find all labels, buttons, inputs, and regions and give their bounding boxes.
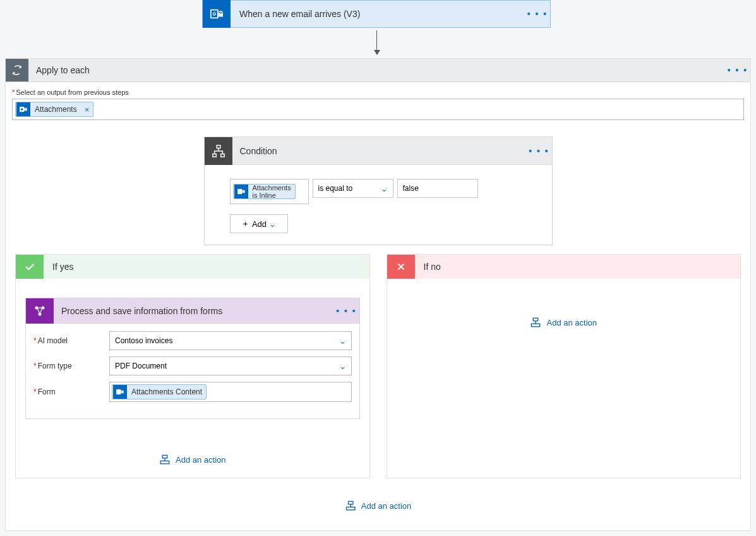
- add-condition-row-button[interactable]: ＋ Add ⌄: [230, 214, 288, 233]
- svg-rect-9: [237, 189, 242, 194]
- attachments-token[interactable]: Attachments ×: [15, 102, 93, 117]
- attachments-content-token[interactable]: Attachments Content: [112, 384, 207, 399]
- process-forms-title: Process and save information from forms: [61, 306, 334, 316]
- if-no-branch: If no Add an action: [387, 254, 741, 478]
- svg-rect-20: [348, 501, 353, 504]
- if-yes-header[interactable]: If yes: [16, 255, 369, 279]
- close-icon: [387, 255, 415, 279]
- svg-point-2: [213, 13, 215, 15]
- if-yes-branch: If yes Process and save information from…: [15, 254, 370, 478]
- trigger-menu[interactable]: • • •: [525, 9, 550, 19]
- loop-icon: [6, 59, 28, 82]
- svg-rect-14: [116, 389, 121, 394]
- svg-rect-19: [532, 324, 541, 327]
- attachments-isinline-token[interactable]: Attachmentsis Inline: [233, 184, 296, 199]
- condition-header[interactable]: Condition • • •: [205, 137, 552, 165]
- ai-builder-icon: [26, 298, 54, 324]
- chevron-down-icon: ⌄: [339, 362, 346, 371]
- process-forms-card: Process and save information from forms …: [25, 298, 360, 419]
- trigger-title: When a new email arrives (V3): [239, 9, 525, 19]
- svg-rect-5: [24, 108, 27, 111]
- chevron-down-icon: ⌄: [269, 219, 276, 229]
- remove-token-icon[interactable]: ×: [81, 105, 93, 114]
- connector-arrow: [376, 30, 377, 54]
- add-action-yes[interactable]: Add an action: [159, 454, 226, 465]
- trigger-card[interactable]: When a new email arrives (V3) • • •: [202, 0, 551, 28]
- svg-rect-16: [162, 455, 167, 458]
- process-forms-header[interactable]: Process and save information from forms …: [26, 298, 359, 324]
- chevron-down-icon: ⌄: [381, 184, 388, 193]
- chevron-down-icon: ⌄: [339, 336, 346, 346]
- condition-card: Condition • • • Attachmentsis Inline: [204, 137, 553, 245]
- process-forms-menu[interactable]: • • •: [334, 306, 359, 316]
- svg-rect-6: [217, 145, 220, 148]
- apply-to-each-header[interactable]: Apply to each • • •: [6, 59, 750, 82]
- add-action-icon: [345, 500, 356, 511]
- outlook-icon: [113, 385, 127, 399]
- add-action-no[interactable]: Add an action: [530, 317, 597, 328]
- svg-rect-17: [160, 461, 169, 464]
- apply-to-each-title: Apply to each: [36, 65, 725, 75]
- plus-icon: ＋: [241, 218, 249, 229]
- form-input[interactable]: Attachments Content: [109, 382, 352, 402]
- select-output-label: *Select an output from previous steps: [12, 88, 744, 96]
- condition-menu[interactable]: • • •: [527, 146, 552, 156]
- condition-icon: [205, 137, 232, 165]
- condition-operator-select[interactable]: is equal to ⌄: [313, 179, 393, 198]
- condition-value-input[interactable]: false: [397, 179, 478, 198]
- apply-to-each-menu[interactable]: • • •: [725, 65, 750, 75]
- flow-designer-canvas: When a new email arrives (V3) • • • Appl…: [0, 0, 756, 536]
- add-action-icon: [530, 317, 541, 328]
- form-type-label: *Form type: [33, 362, 109, 370]
- svg-rect-7: [212, 154, 216, 157]
- svg-rect-18: [534, 318, 539, 321]
- svg-rect-10: [242, 190, 245, 193]
- if-no-header[interactable]: If no: [387, 255, 741, 279]
- check-icon: [16, 255, 44, 279]
- svg-rect-8: [220, 154, 224, 157]
- form-label: *Form: [33, 387, 109, 396]
- add-action-icon: [159, 454, 171, 465]
- ai-model-label: *AI model: [33, 336, 109, 345]
- svg-rect-15: [121, 391, 124, 394]
- add-action-root[interactable]: Add an action: [345, 500, 412, 511]
- condition-left-operand[interactable]: Attachmentsis Inline: [230, 179, 309, 204]
- apply-to-each-container: Apply to each • • • *Select an output fr…: [5, 58, 751, 531]
- svg-point-13: [39, 312, 42, 315]
- outlook-icon: [203, 0, 231, 28]
- form-type-select[interactable]: PDF Document ⌄: [109, 356, 352, 375]
- outlook-icon: [16, 102, 30, 116]
- outlook-icon: [234, 185, 248, 198]
- ai-model-select[interactable]: Contoso invoices ⌄: [109, 331, 352, 350]
- condition-title: Condition: [240, 146, 527, 156]
- svg-rect-21: [346, 507, 355, 510]
- output-field[interactable]: Attachments ×: [12, 99, 744, 120]
